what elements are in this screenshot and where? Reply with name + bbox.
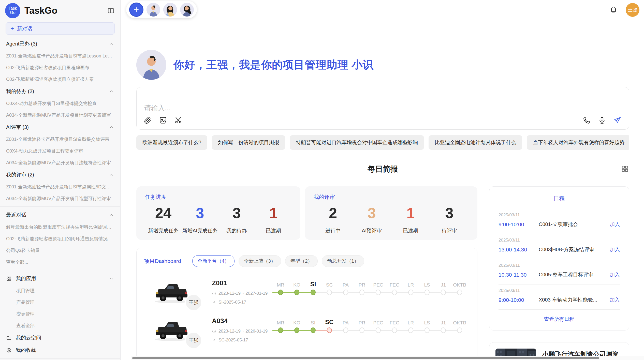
sidebar-app-item[interactable]: 查看全部... — [0, 320, 120, 332]
milestone-dot[interactable] — [425, 327, 430, 333]
sidebar-recent-item[interactable]: C02-飞腾新能源轻客改款项目的闭环通告反馈情况 — [0, 233, 120, 245]
milestone[interactable]: SI — [305, 318, 321, 333]
milestone-dot[interactable] — [376, 327, 381, 333]
milestone[interactable]: FEC — [386, 318, 403, 333]
screenshot-scissors-icon[interactable] — [174, 116, 182, 124]
sidebar-task-item[interactable]: C0X4-动力总成开发项目SI里程碑提交物检查 — [0, 98, 120, 109]
milestone[interactable]: KO — [289, 318, 305, 333]
milestone-dot[interactable] — [343, 327, 348, 333]
sidebar-section-header[interactable]: 我的评审 (2) — [0, 169, 120, 181]
sidebar-task-item[interactable]: C02-飞腾新能源轻客改款项目里程碑画布 — [0, 62, 120, 73]
milestone[interactable]: KO — [289, 280, 305, 295]
join-meeting-link[interactable]: 加入 — [610, 271, 620, 278]
milestone[interactable]: FEC — [386, 280, 403, 295]
sidebar-section-header[interactable]: 我的待办 (2) — [0, 85, 120, 98]
stat-metric[interactable]: 24新增完成任务 — [145, 205, 182, 234]
sidebar-task-item[interactable]: C02-飞腾新能源轻客改款项目立项汇报方案 — [0, 73, 120, 85]
dashboard-tab[interactable]: 全新平台（4） — [192, 255, 235, 267]
agent-avatar-1[interactable] — [147, 3, 160, 17]
milestone-dot[interactable] — [392, 290, 397, 295]
new-chat-button[interactable]: + 新对话 — [6, 22, 115, 35]
milestone[interactable]: PR — [354, 318, 370, 333]
join-meeting-link[interactable]: 加入 — [610, 221, 620, 228]
sidebar-task-item[interactable]: C0X4-动力总成开发项目工程变更评审 — [0, 145, 120, 157]
milestone[interactable]: MR — [272, 318, 289, 333]
sidebar-collapse-button[interactable] — [107, 6, 115, 15]
sidebar-section-header-recent[interactable]: 最近对话 — [0, 209, 120, 221]
sidebar-task-item[interactable]: Z001-全新燃油轻卡产品开发项目SI节点属性5D文件评审 — [0, 181, 120, 193]
milestone[interactable]: SC — [321, 318, 338, 333]
milestone-dot[interactable] — [408, 327, 413, 333]
add-agent-button[interactable] — [129, 3, 143, 17]
milestone[interactable]: PA — [338, 318, 354, 333]
sidebar-app-item[interactable]: 项目管理 — [0, 285, 120, 296]
milestone-dot[interactable] — [327, 327, 332, 333]
milestone-dot[interactable] — [392, 327, 397, 333]
notifications-button[interactable] — [609, 6, 618, 14]
milestone-dot[interactable] — [425, 290, 430, 295]
stat-metric[interactable]: 3AI预评审 — [353, 205, 391, 234]
stat-metric[interactable]: 3新增AI完成任务 — [182, 205, 218, 234]
dashboard-tab[interactable]: 动总开发（1） — [322, 255, 364, 267]
layout-grid-icon[interactable] — [621, 165, 629, 173]
milestone[interactable]: MR — [272, 280, 289, 295]
sidebar-item-favorites[interactable]: 我的收藏 — [0, 344, 120, 356]
milestone[interactable]: LS — [419, 280, 435, 295]
milestone[interactable]: LS — [419, 318, 435, 333]
milestone-dot[interactable] — [327, 290, 332, 295]
schedule-item[interactable]: 2025/03/1110:30-11:30C005-整车工程目标评审加入 — [499, 259, 620, 284]
sidebar-task-item[interactable]: A034-全新新能源MUV产品开发项目计划变更表编写 — [0, 109, 120, 121]
send-icon[interactable] — [613, 116, 621, 124]
stat-metric[interactable]: 2进行中 — [314, 205, 353, 234]
sidebar-app-item[interactable]: 变更管理 — [0, 308, 120, 320]
stat-metric[interactable]: 1已逾期 — [391, 205, 430, 234]
milestone[interactable]: LR — [403, 318, 419, 333]
sidebar-app-item[interactable]: 产品管理 — [0, 296, 120, 308]
milestone-dot[interactable] — [294, 290, 299, 295]
milestone[interactable]: SI — [305, 280, 321, 295]
stat-metric[interactable]: 3我的待办 — [218, 205, 255, 234]
milestone[interactable]: PR — [354, 280, 370, 295]
milestone[interactable]: J1 — [435, 280, 451, 295]
milestone-dot[interactable] — [408, 290, 413, 295]
attachment-icon[interactable] — [144, 116, 152, 124]
milestone-dot[interactable] — [343, 290, 348, 295]
agent-avatar-3[interactable] — [180, 3, 194, 17]
view-all-schedule-link[interactable]: 查看所有日程 — [499, 310, 620, 326]
schedule-item[interactable]: 2025/03/119:00-10:00X003-车辆动力学性能验...加入 — [499, 284, 620, 310]
milestone-dot[interactable] — [376, 290, 381, 295]
milestone[interactable]: OKTB — [451, 280, 468, 295]
milestone-dot[interactable] — [457, 290, 462, 295]
sidebar-task-item[interactable]: A034-全新新能源MUV产品开发项目法规符合性评审 — [0, 157, 120, 169]
milestone[interactable]: OKTB — [451, 318, 468, 333]
image-upload-icon[interactable] — [159, 116, 167, 124]
milestone-dot[interactable] — [311, 327, 316, 333]
milestone-dot[interactable] — [441, 290, 446, 295]
project-row[interactable]: 王强A0342023-12-19 ~ 2026-01-19SC-2025-05-… — [144, 317, 470, 343]
project-row[interactable]: 王强Z0012023-12-19 ~ 2027-01-19SI-2025-05-… — [144, 279, 470, 305]
horizontal-scrollbar-thumb[interactable] — [132, 357, 599, 359]
milestone[interactable]: PEC — [370, 318, 386, 333]
join-meeting-link[interactable]: 加入 — [610, 246, 620, 253]
milestone-dot[interactable] — [278, 290, 283, 295]
milestone-dot[interactable] — [294, 327, 299, 333]
stat-metric[interactable]: 3待评审 — [430, 205, 469, 234]
milestone-dot[interactable] — [359, 327, 364, 333]
milestone[interactable]: PEC — [370, 280, 386, 295]
suggestion-chip[interactable]: 如何写一份清晰的项目周报 — [212, 135, 285, 150]
milestone[interactable]: J1 — [435, 318, 451, 333]
sidebar-section-header[interactable]: AI评审 (3) — [0, 121, 120, 133]
sidebar-item-my-apps[interactable]: 我的应用 — [0, 272, 120, 285]
suggestion-chip[interactable]: 欧洲新规最近颁布了什么? — [136, 135, 207, 150]
milestone-dot[interactable] — [278, 327, 283, 333]
sidebar-task-item[interactable]: Z001-全新燃油皮卡产品开发项目SI节点Lesson Learn报告 — [0, 50, 120, 62]
sidebar-section-header[interactable]: Agent已办 (3) — [0, 38, 120, 50]
suggestion-chip[interactable]: 当下年轻人对汽车外观有怎样的喜好趋势 — [527, 135, 629, 150]
sidebar-recent-item[interactable]: 解释最新出台的欧盟报废车法规再生塑料比例被调至15%... — [0, 221, 120, 233]
dashboard-tab[interactable]: 年型（2） — [285, 255, 318, 267]
suggestion-chip[interactable]: 特朗普可能对进口汽车增税会对中国车企造成哪些影响 — [290, 135, 424, 150]
microphone-icon[interactable] — [598, 116, 606, 124]
sidebar-recent-item[interactable]: 公司Q3轻卡销量 — [0, 245, 120, 256]
voice-call-icon[interactable] — [583, 116, 591, 124]
sidebar-recent-item[interactable]: 查看全部... — [0, 256, 120, 268]
